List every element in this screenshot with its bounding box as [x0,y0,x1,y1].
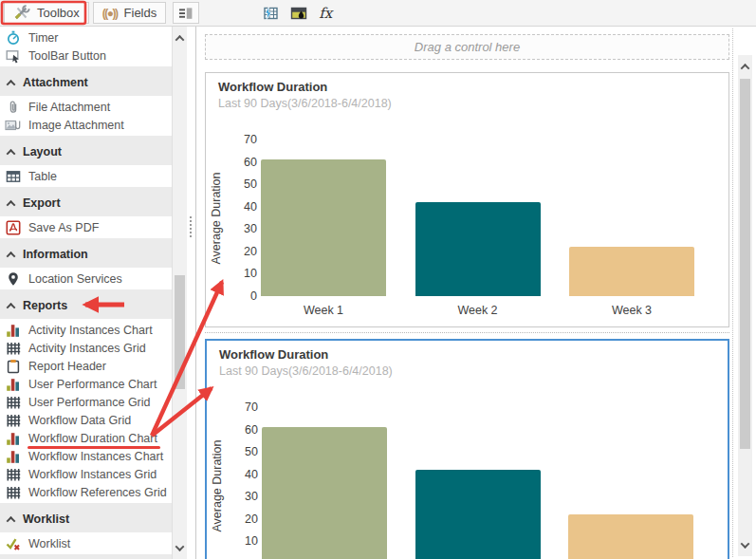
sidebar-item-image-attachment[interactable]: Image Attachment [0,116,172,134]
fields-icon: ((●)) [102,7,118,20]
theme-icon[interactable] [290,6,307,21]
sidebar-item-save-as-pdf[interactable]: Save As PDF [0,218,172,236]
section-header-label: Export [23,196,61,210]
y-tick-label: 40 [244,200,257,214]
sidebar-item-label: Report Header [28,360,106,373]
y-tick-label: 30 [245,490,258,503]
sidebar-scrollbar[interactable] [172,27,187,559]
section-header-worklist[interactable]: Worklist [0,512,172,527]
workflow-duration-chart-control-2[interactable]: Workflow DurationLast 90 Days(3/6/2018-6… [205,339,729,559]
bar-chart-icon [5,323,22,338]
sidebar-item-label: Workflow References Grid [28,486,167,499]
sidebar-item-workflow-instances-grid[interactable]: Workflow Instances Grid [0,465,172,483]
section-header-label: Worklist [23,512,69,526]
sidebar-item-label: Workflow Instances Chart [28,450,163,463]
table-icon [5,169,22,184]
panel-toggle-button[interactable] [173,2,199,24]
sidebar-item-file-attachment[interactable]: File Attachment [0,98,172,116]
y-tick-label: 40 [245,468,258,481]
chevron-up-icon [7,148,16,158]
y-tick-gutter: 010203040506070 [225,140,257,296]
design-canvas: Drag a control here Workflow DurationLas… [195,27,756,559]
section-header-reports[interactable]: Reports [0,298,172,313]
sidebar-item-activity-instances-chart[interactable]: Activity Instances Chart [0,321,172,339]
sidebar-item-user-performance-chart[interactable]: User Performance Chart [0,375,172,393]
sidebar-item-workflow-data-grid[interactable]: Workflow Data Grid [0,411,172,429]
section-header-attachment[interactable]: Attachment [0,75,172,90]
sidebar-item-report-header[interactable]: Report Header [0,357,172,375]
form-designer: Toolbox ((●)) Fields fx TimerToolBar But… [0,0,756,559]
scroll-up-arrow[interactable] [173,29,187,47]
grid-icon [5,485,22,500]
chevron-up-icon [7,251,16,260]
bar-week-2 [415,470,541,559]
chevron-up-icon [7,302,16,311]
scrollbar-thumb[interactable] [740,79,750,449]
items-block: Table [0,165,172,187]
y-tick-label: 10 [244,267,257,280]
sidebar-item-workflow-instances-chart[interactable]: Workflow Instances Chart [0,447,172,465]
sidebar-item-label: Workflow Duration Chart [28,432,157,445]
fields-button[interactable]: ((●)) Fields [93,2,166,24]
sidebar-item-label: Save As PDF [28,221,99,234]
chart-plot-area: Average Duration010203040506070 [207,407,728,559]
y-tick-label: 0 [250,289,257,303]
scroll-up-arrow[interactable] [738,58,752,75]
items-block: TimerToolBar Button [0,27,172,66]
bars-group [262,407,693,559]
sidebar-item-timer[interactable]: Timer [0,28,172,47]
bar-week-2 [415,202,541,296]
sidebar-item-label: Location Services [28,272,122,286]
chevron-up-icon [7,515,16,525]
sidebar-item-worklist[interactable]: Worklist [0,534,172,552]
toolbox-button[interactable]: Toolbox [4,2,89,24]
bar-chart-icon [5,377,22,392]
items-block: Activity Instances ChartActivity Instanc… [0,319,172,503]
chart-subtitle: Last 90 Days(3/6/2018-6/4/2018) [219,364,393,378]
sidebar-item-user-performance-grid[interactable]: User Performance Grid [0,393,172,411]
section-header-label: Reports [23,299,67,312]
scroll-down-arrow[interactable] [173,539,187,556]
fx-icon[interactable]: fx [319,5,332,22]
sidebar-item-toolbar-button[interactable]: ToolBar Button [0,47,172,65]
drop-zone[interactable]: Drag a control here [205,34,729,60]
sidebar-item-location-services[interactable]: Location Services [0,270,172,288]
section-header-label: Information [23,248,88,261]
y-axis-label: Average Duration [210,172,223,264]
y-tick-label: 30 [244,222,257,235]
workflow-duration-chart-control-1[interactable]: Workflow DurationLast 90 Days(3/6/2018-6… [205,72,729,327]
grid-icon [5,413,22,428]
bar-week-3 [569,247,694,296]
chart-subtitle: Last 90 Days(3/6/2018-6/4/2018) [218,97,392,110]
category-label: Week 3 [569,304,694,317]
grid-icon [5,395,22,410]
sidebar-item-table[interactable]: Table [0,167,172,185]
data-table-icon[interactable] [262,6,279,21]
scrollbar-thumb[interactable] [175,275,185,389]
scroll-down-arrow[interactable] [738,536,752,553]
y-tick-label: 50 [244,177,257,191]
sidebar-item-label: Worklist [28,537,70,550]
sidebar-item-activity-instances-grid[interactable]: Activity Instances Grid [0,339,172,357]
canvas-scrollbar[interactable] [738,55,752,556]
chart-title: Workflow Duration [218,80,327,94]
y-tick-label: 60 [245,423,258,437]
sidebar-item-label: Table [28,170,57,183]
sidebar-item-workflow-duration-chart[interactable]: Workflow Duration Chart [0,429,172,447]
chart-plot-area: Average Duration010203040506070 [206,140,728,296]
pdf-icon [5,220,22,235]
y-tick-label: 10 [245,534,258,548]
section-header-export[interactable]: Export [0,196,172,211]
image-attachment-icon [5,118,22,133]
chevron-up-icon [7,199,16,209]
toolbar-right-group: fx [262,5,332,22]
clipboard-icon [5,359,22,374]
items-block: Save As PDF [0,216,172,238]
section-header-information[interactable]: Information [0,247,172,262]
sidebar-item-label: User Performance Chart [28,378,157,391]
panel-splitter-handle[interactable] [190,216,192,237]
sidebar-item-workflow-references-grid[interactable]: Workflow References Grid [0,483,172,501]
bar-week-1 [261,159,386,296]
toolbox-icon [13,5,30,21]
section-header-layout[interactable]: Layout [0,144,172,159]
